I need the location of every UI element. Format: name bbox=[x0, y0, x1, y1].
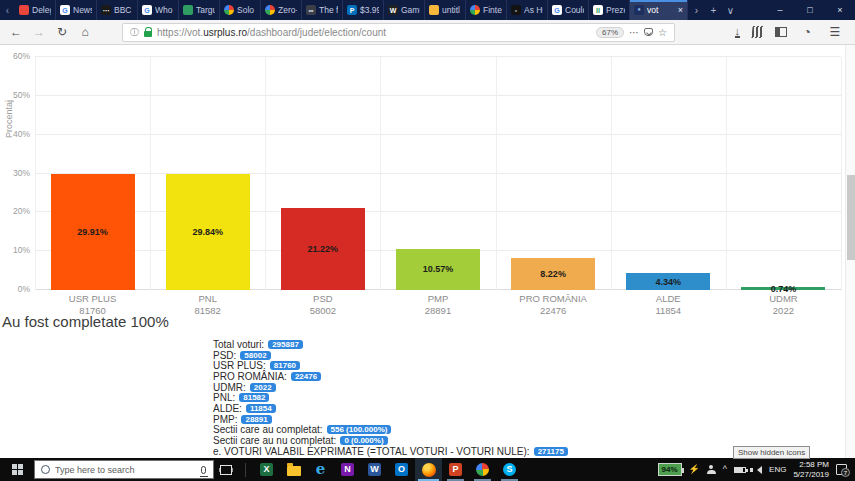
stat-value-badge: 28891 bbox=[241, 415, 271, 424]
tab-list-button[interactable]: ∨ bbox=[722, 0, 739, 20]
stat-line: USR PLUS:81760 bbox=[213, 360, 568, 371]
bar-usr-plus[interactable]: 29.91% bbox=[51, 174, 135, 290]
tab-scroll-left-button[interactable]: ‹ bbox=[0, 0, 15, 20]
excel-taskbar-button[interactable]: X bbox=[253, 458, 280, 481]
tab-untitl[interactable]: untitl bbox=[425, 0, 466, 20]
firefox-taskbar-button[interactable] bbox=[415, 458, 442, 481]
category-votes: 2022 bbox=[723, 305, 843, 317]
tab-as-hu[interactable]: •As Hu bbox=[507, 0, 548, 20]
word-taskbar-button[interactable]: W bbox=[361, 458, 388, 481]
tab-preze[interactable]: llPreze bbox=[589, 0, 630, 20]
battery-icon[interactable] bbox=[734, 467, 746, 473]
home-icon[interactable]: ⌂ bbox=[77, 26, 93, 38]
tab-zero[interactable]: Zero- bbox=[261, 0, 302, 20]
task-view-button[interactable] bbox=[214, 458, 238, 481]
page-scrollbar[interactable] bbox=[845, 45, 855, 458]
tab-who-v[interactable]: GWho v bbox=[138, 0, 179, 20]
battery-percentage-badge[interactable]: 94% bbox=[658, 463, 682, 476]
action-center-icon[interactable]: 7 bbox=[836, 464, 847, 475]
page-actions-icon[interactable]: ⋯ bbox=[629, 27, 639, 38]
people-icon[interactable] bbox=[707, 465, 716, 474]
file-explorer-taskbar-button[interactable] bbox=[280, 458, 307, 481]
vot-favicon-icon: * bbox=[634, 5, 644, 15]
tab-deleg[interactable]: Deleg bbox=[15, 0, 56, 20]
category-name: UDMR bbox=[723, 293, 843, 305]
bar-pnl[interactable]: 29.84% bbox=[166, 174, 250, 290]
close-button[interactable]: × bbox=[825, 0, 855, 20]
bar-pmp[interactable]: 10.57% bbox=[396, 249, 480, 290]
tab-3-99[interactable]: P$3.99 bbox=[343, 0, 384, 20]
zero-favicon-icon bbox=[265, 5, 275, 15]
category-votes: 28891 bbox=[378, 305, 498, 317]
system-tray: 94% ⚡ ^ ENG 2:58 PM 5/27/2019 7 bbox=[658, 460, 855, 478]
start-button[interactable] bbox=[0, 458, 34, 481]
tab-news[interactable]: GNews bbox=[56, 0, 97, 20]
tab-close-icon[interactable]: × bbox=[678, 5, 683, 15]
untitl-favicon-icon bbox=[429, 5, 439, 15]
show-hidden-icons-button[interactable]: ^ bbox=[723, 465, 727, 474]
new-tab-button[interactable]: + bbox=[705, 0, 722, 20]
skype-taskbar-button[interactable]: S bbox=[496, 458, 523, 481]
minimize-button[interactable]: – bbox=[765, 0, 795, 20]
tab-fintec[interactable]: Fintec bbox=[466, 0, 507, 20]
chart-category: 0.74%UDMR2022 bbox=[726, 57, 841, 290]
taskbar-search[interactable] bbox=[34, 460, 214, 479]
tab-the-fu[interactable]: ∞The fu bbox=[302, 0, 343, 20]
taskbar-clock[interactable]: 2:58 PM 5/27/2019 bbox=[793, 460, 829, 478]
as-hu-favicon-icon: • bbox=[511, 5, 521, 15]
stat-line: PMP:28891 bbox=[213, 414, 568, 425]
tab-scroll-right-button[interactable]: › bbox=[688, 0, 705, 20]
menu-icon[interactable]: ☰ bbox=[827, 26, 843, 38]
lock-icon[interactable] bbox=[144, 31, 152, 37]
gamu-favicon-icon: W bbox=[388, 5, 398, 15]
pocket-icon[interactable] bbox=[644, 28, 653, 36]
extension-icon[interactable]: ◔ bbox=[799, 26, 815, 38]
maximize-button[interactable]: □ bbox=[795, 0, 825, 20]
y-tick-label: 20% bbox=[13, 206, 30, 216]
tab-title: The fu bbox=[319, 5, 338, 15]
scrollbar-thumb[interactable] bbox=[847, 175, 855, 260]
bookmark-star-icon[interactable]: ☆ bbox=[658, 27, 667, 38]
tab-targu[interactable]: Targu bbox=[179, 0, 220, 20]
tab-solo[interactable]: Solo | bbox=[220, 0, 261, 20]
reload-icon[interactable]: ↻ bbox=[54, 26, 70, 38]
back-icon[interactable]: ← bbox=[8, 26, 24, 38]
y-tick-label: 40% bbox=[13, 129, 30, 139]
tab-title: untitl bbox=[442, 5, 461, 15]
tab-bbc[interactable]: ⋯BBC bbox=[97, 0, 138, 20]
tab-title: $3.99 bbox=[360, 5, 379, 15]
chart-category: 4.34%ALDE11854 bbox=[611, 57, 726, 290]
titlebar: ‹ DelegGNews⋯BBCGWho vTarguSolo |Zero-∞T… bbox=[0, 0, 855, 20]
library-icon[interactable] bbox=[751, 26, 763, 38]
tab-title: Targu bbox=[196, 5, 215, 15]
tab-gamu[interactable]: WGamu bbox=[384, 0, 425, 20]
downloads-icon[interactable]: ↓ bbox=[735, 26, 741, 38]
page-info-icon[interactable]: ⓘ bbox=[130, 26, 139, 39]
powerpoint-taskbar-button[interactable]: P bbox=[442, 458, 469, 481]
search-input[interactable] bbox=[55, 465, 196, 475]
microphone-icon[interactable] bbox=[201, 466, 206, 474]
bar-alde[interactable]: 4.34% bbox=[626, 273, 710, 290]
forward-icon[interactable]: → bbox=[31, 26, 47, 38]
language-indicator[interactable]: ENG bbox=[769, 465, 786, 474]
url-bar[interactable]: ⓘ https://vot.usrplus.ro/dashboard/judet… bbox=[122, 23, 675, 42]
bar-pro-rom-nia[interactable]: 8.22% bbox=[511, 258, 595, 290]
url-text[interactable]: https://vot.usrplus.ro/dashboard/judet/e… bbox=[157, 27, 591, 38]
zoom-level-badge[interactable]: 67% bbox=[596, 27, 624, 38]
tab-vot[interactable]: *vot× bbox=[630, 0, 688, 20]
bar-psd[interactable]: 21.22% bbox=[281, 208, 365, 290]
sidebar-icon[interactable] bbox=[775, 27, 787, 37]
speaker-icon[interactable] bbox=[753, 466, 762, 474]
outlook-icon: O bbox=[395, 463, 408, 476]
bar-udmr[interactable]: 0.74% bbox=[741, 287, 825, 290]
edge-taskbar-button[interactable]: e bbox=[307, 458, 334, 481]
category-name: PRO ROMÂNIA bbox=[493, 293, 613, 305]
tab-title: Zero- bbox=[278, 5, 297, 15]
who-v-favicon-icon: G bbox=[142, 5, 152, 15]
skype-icon: S bbox=[503, 463, 516, 476]
bar-value-label: 21.22% bbox=[308, 244, 339, 254]
onenote-taskbar-button[interactable]: N bbox=[334, 458, 361, 481]
outlook-taskbar-button[interactable]: O bbox=[388, 458, 415, 481]
colorful-app-taskbar-button[interactable] bbox=[469, 458, 496, 481]
tab-could[interactable]: GCould bbox=[548, 0, 589, 20]
